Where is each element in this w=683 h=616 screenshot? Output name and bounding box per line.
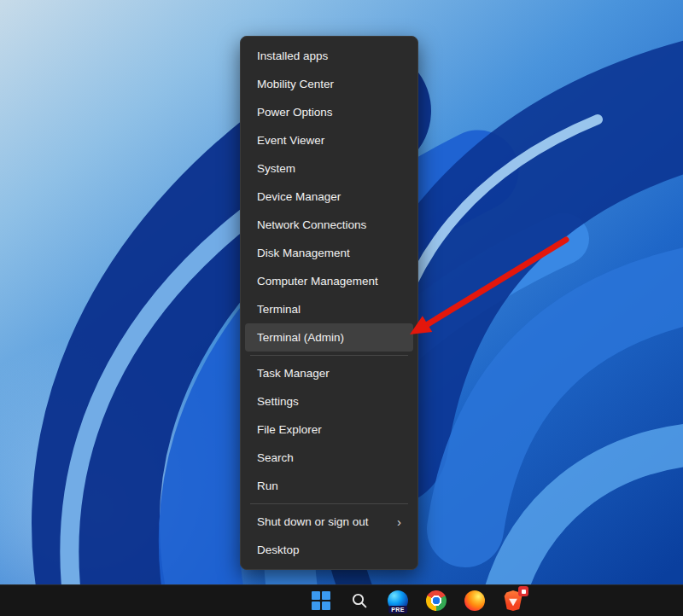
menu-item-mobility-center[interactable]: Mobility Center (245, 70, 413, 98)
menu-item-run[interactable]: Run (245, 472, 413, 500)
menu-item-network-connections[interactable]: Network Connections (245, 211, 413, 239)
desktop: Installed apps Mobility Center Power Opt… (0, 0, 683, 616)
search-button[interactable] (347, 589, 371, 613)
winx-context-menu: Installed apps Mobility Center Power Opt… (240, 36, 418, 570)
menu-separator (250, 355, 408, 356)
taskbar: PRE (0, 584, 683, 616)
menu-item-desktop[interactable]: Desktop (245, 536, 413, 564)
menu-item-system[interactable]: System (245, 154, 413, 183)
menu-item-task-manager[interactable]: Task Manager (245, 359, 413, 387)
menu-item-file-explorer[interactable]: File Explorer (245, 416, 413, 444)
menu-item-label: Event Viewer (257, 126, 324, 154)
firefox-developer-button[interactable]: PRE (386, 589, 410, 613)
taskbar-icons: PRE (309, 585, 525, 616)
menu-separator (250, 503, 408, 504)
brave-notification-badge (518, 586, 528, 596)
chevron-right-icon: › (397, 508, 401, 536)
firefox-button[interactable] (463, 589, 487, 613)
pre-badge: PRE (388, 606, 407, 613)
menu-item-terminal[interactable]: Terminal (245, 295, 413, 323)
menu-item-label: Terminal (Admin) (257, 323, 344, 352)
menu-item-power-options[interactable]: Power Options (245, 98, 413, 126)
brave-lion-face (509, 598, 517, 606)
menu-item-label: File Explorer (257, 416, 322, 444)
menu-item-installed-apps[interactable]: Installed apps (245, 42, 413, 70)
menu-item-label: Shut down or sign out (257, 508, 369, 536)
menu-item-label: Run (257, 472, 278, 500)
chrome-icon (426, 590, 447, 611)
menu-item-label: Terminal (257, 295, 301, 323)
menu-item-label: Desktop (257, 536, 300, 564)
menu-item-label: Task Manager (257, 359, 330, 387)
menu-item-label: Computer Management (257, 267, 378, 295)
menu-item-settings[interactable]: Settings (245, 387, 413, 416)
start-button[interactable] (309, 589, 333, 613)
menu-item-device-manager[interactable]: Device Manager (245, 183, 413, 211)
menu-item-label: Installed apps (257, 42, 328, 70)
firefox-icon (464, 590, 485, 611)
menu-item-label: Mobility Center (257, 70, 334, 98)
menu-item-label: Settings (257, 387, 299, 416)
menu-item-label: Network Connections (257, 211, 366, 239)
menu-item-event-viewer[interactable]: Event Viewer (245, 126, 413, 154)
brave-button[interactable] (501, 589, 525, 613)
menu-item-computer-management[interactable]: Computer Management (245, 267, 413, 295)
menu-item-shut-down-or-sign-out[interactable]: Shut down or sign out › (245, 508, 413, 536)
search-icon (351, 592, 368, 609)
menu-item-disk-management[interactable]: Disk Management (245, 239, 413, 267)
menu-item-label: Power Options (257, 98, 333, 126)
windows-logo-icon (312, 591, 330, 610)
menu-item-terminal-admin[interactable]: Terminal (Admin) (245, 323, 413, 352)
menu-item-search[interactable]: Search (245, 444, 413, 472)
chrome-button[interactable] (424, 589, 448, 613)
menu-item-label: Disk Management (257, 239, 350, 267)
menu-item-label: Search (257, 444, 294, 472)
menu-item-label: Device Manager (257, 183, 341, 211)
menu-item-label: System (257, 154, 295, 183)
